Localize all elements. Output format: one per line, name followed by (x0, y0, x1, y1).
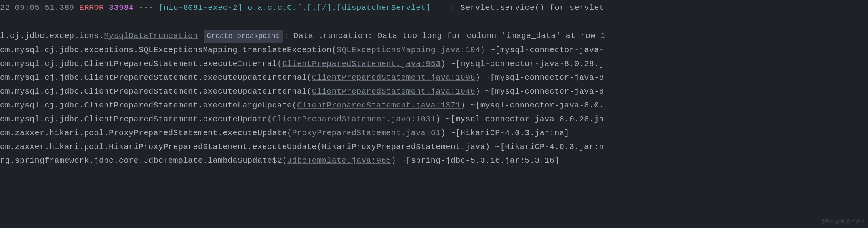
stack-prefix: om.zaxxer.hikari.pool.ProxyPreparedState… (0, 128, 292, 138)
stack-suffix: ) ~[mysql-connector-java-8 (475, 87, 604, 96)
source-link[interactable]: ProxyPreparedStatement.java:61 (292, 128, 441, 138)
log-level: ERROR (79, 3, 104, 12)
source-link[interactable]: ClientPreparedStatement.java:1031 (272, 115, 436, 124)
stack-suffix: ) ~[mysql-connector-java- (480, 45, 604, 55)
logger-name: o.a.c.c.C.[.[.[/].[dispatcherServlet] (247, 3, 431, 12)
stack-suffix: ) ~[mysql-connector-java-8.0. (461, 101, 604, 110)
stack-trace-line: om.mysql.cj.jdbc.exceptions.SQLException… (0, 43, 868, 57)
exception-message: : Data truncation: Data too long for col… (284, 31, 605, 40)
stack-suffix: ) ~[mysql-connector-java-8 (475, 73, 604, 82)
create-breakpoint-button[interactable]: Create breakpoint (204, 30, 283, 43)
stack-suffix: ) ~[HikariCP-4.0.3.jar:na] (441, 128, 569, 138)
separator: --- (139, 3, 154, 12)
exception-line: l.cj.jdbc.exceptions.MysqlDataTruncation… (0, 29, 868, 43)
exception-prefix: l.cj.jdbc.exceptions. (0, 31, 104, 40)
stack-trace-line: om.zaxxer.hikari.pool.ProxyPreparedState… (0, 126, 868, 140)
log-header-line: 22 09:05:51.389 ERROR 33984 --- [nio-808… (0, 1, 868, 15)
source-link[interactable]: ClientPreparedStatement.java:953 (282, 59, 441, 68)
stack-trace-line: om.mysql.cj.jdbc.ClientPreparedStatement… (0, 85, 868, 98)
source-link[interactable]: SQLExceptionsMapping.java:104 (337, 45, 480, 55)
process-id: 33984 (109, 3, 134, 12)
stack-prefix: om.mysql.cj.jdbc.ClientPreparedStatement… (0, 59, 282, 68)
source-link[interactable]: ClientPreparedStatement.java:1098 (312, 73, 476, 82)
stack-prefix: om.zaxxer.hikari.pool.HikariProxyPrepare… (0, 142, 604, 151)
exception-class-link[interactable]: MysqlDataTruncation (104, 31, 198, 40)
colon: : (451, 3, 456, 12)
source-link[interactable]: ClientPreparedStatement.java:1046 (312, 87, 476, 96)
stack-prefix: om.mysql.cj.jdbc.ClientPreparedStatement… (0, 115, 272, 124)
stack-trace-line: om.mysql.cj.jdbc.ClientPreparedStatement… (0, 71, 868, 85)
stack-prefix: rg.springframework.jdbc.core.JdbcTemplat… (0, 156, 287, 165)
log-message: Servlet.service() for servlet (461, 3, 604, 12)
source-link[interactable]: JdbcTemplate.java:965 (287, 156, 391, 165)
stack-trace-line: om.zaxxer.hikari.pool.HikariProxyPrepare… (0, 140, 868, 154)
thread-name: [nio-8081-exec-2] (158, 3, 243, 12)
stack-trace-line: om.mysql.cj.jdbc.ClientPreparedStatement… (0, 57, 868, 71)
stack-suffix: ) ~[mysql-connector-java-8.0.28.j (441, 59, 604, 68)
stack-suffix: ) ~[spring-jdbc-5.3.16.jar:5.3.16] (391, 156, 560, 165)
stack-prefix: om.mysql.cj.jdbc.ClientPreparedStatement… (0, 101, 297, 110)
stack-trace-line: om.mysql.cj.jdbc.ClientPreparedStatement… (0, 112, 868, 126)
source-link[interactable]: ClientPreparedStatement.java:1371 (297, 101, 461, 110)
stack-prefix: om.mysql.cj.jdbc.ClientPreparedStatement… (0, 73, 312, 82)
date-fragment: 22 (0, 3, 10, 12)
stack-suffix: ) ~[mysql-connector-java-8.0.28.ja (436, 115, 604, 124)
blank-line (0, 15, 868, 29)
timestamp: 09:05:51.389 (15, 3, 74, 12)
stack-trace-line: rg.springframework.jdbc.core.JdbcTemplat… (0, 154, 868, 168)
stack-prefix: om.mysql.cj.jdbc.ClientPreparedStatement… (0, 87, 312, 96)
stack-trace-line: om.mysql.cj.jdbc.ClientPreparedStatement… (0, 98, 868, 112)
stack-prefix: om.mysql.cj.jdbc.exceptions.SQLException… (0, 45, 337, 55)
